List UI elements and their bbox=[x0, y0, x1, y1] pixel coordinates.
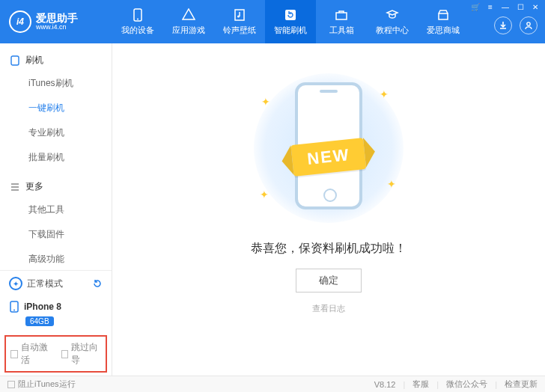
nav-label: 我的设备 bbox=[121, 25, 154, 36]
checkbox-auto-activate[interactable]: 自动激活 bbox=[10, 341, 51, 367]
sidebar-item-batch-flash[interactable]: 批量刷机 bbox=[0, 145, 112, 170]
store-icon bbox=[436, 8, 450, 22]
maximize-icon[interactable]: ☐ bbox=[515, 3, 526, 11]
sparkle-icon: ✦ bbox=[387, 178, 396, 190]
nav-ring[interactable]: 铃声壁纸 bbox=[214, 0, 265, 43]
svg-point-10 bbox=[13, 310, 15, 311]
user-icon bbox=[523, 20, 534, 31]
app-header: i4 爱思助手 www.i4.cn 我的设备 应用游戏 铃声壁纸 智能刷机 工具… bbox=[0, 0, 545, 43]
sidebar-group-flash: 刷机 iTunes刷机 一键刷机 专业刷机 批量刷机 bbox=[0, 43, 112, 170]
top-nav: 我的设备 应用游戏 铃声壁纸 智能刷机 工具箱 教程中心 爱思商城 bbox=[112, 0, 494, 43]
nav-flash[interactable]: 智能刷机 bbox=[265, 0, 316, 43]
nav-label: 教程中心 bbox=[376, 25, 409, 36]
success-illustration: NEW ✦ ✦ ✦ ✦ bbox=[239, 73, 418, 223]
svg-rect-6 bbox=[439, 13, 448, 19]
sidebar: 刷机 iTunes刷机 一键刷机 专业刷机 批量刷机 更多 其他工具 bbox=[0, 43, 112, 376]
nav-label: 爱思商城 bbox=[427, 25, 460, 36]
nav-toolbox[interactable]: 工具箱 bbox=[316, 0, 367, 43]
device-mode-row: ✦ 正常模式 bbox=[0, 271, 112, 296]
sidebar-item-other-tools[interactable]: 其他工具 bbox=[0, 197, 112, 222]
nav-label: 智能刷机 bbox=[274, 25, 307, 36]
hamburger-icon bbox=[10, 183, 21, 192]
version-label: V8.12 bbox=[374, 380, 396, 389]
view-log-link[interactable]: 查看日志 bbox=[312, 303, 345, 314]
sidebar-item-itunes-flash[interactable]: iTunes刷机 bbox=[0, 71, 112, 96]
minimize-icon[interactable]: — bbox=[500, 3, 511, 11]
download-button[interactable] bbox=[494, 16, 512, 34]
nav-label: 工具箱 bbox=[329, 25, 354, 36]
toolbox-icon bbox=[335, 8, 348, 22]
refresh-icon bbox=[284, 8, 297, 22]
sparkle-icon: ✦ bbox=[260, 189, 269, 200]
nav-tutorial[interactable]: 教程中心 bbox=[367, 0, 418, 43]
footer-link-wechat[interactable]: 微信公众号 bbox=[446, 379, 487, 390]
user-button[interactable] bbox=[520, 16, 538, 34]
checkbox-skip-guide[interactable]: 跳过向导 bbox=[61, 341, 102, 367]
nav-store[interactable]: 爱思商城 bbox=[418, 0, 469, 43]
device-phone-icon bbox=[9, 301, 19, 313]
svg-rect-5 bbox=[336, 13, 347, 19]
phone-outline-icon bbox=[10, 55, 21, 66]
checkbox-icon bbox=[7, 381, 15, 388]
phone-icon bbox=[131, 8, 144, 22]
sparkle-icon: ✦ bbox=[380, 88, 389, 100]
footer-link-support[interactable]: 客服 bbox=[412, 379, 429, 390]
mode-icon: ✦ bbox=[9, 277, 22, 290]
sidebar-item-pro-flash[interactable]: 专业刷机 bbox=[0, 120, 112, 145]
sidebar-item-download-fw[interactable]: 下载固件 bbox=[0, 222, 112, 247]
device-row[interactable]: iPhone 8 bbox=[0, 296, 112, 316]
svg-point-7 bbox=[527, 22, 530, 25]
download-icon bbox=[498, 20, 508, 31]
close-icon[interactable]: ✕ bbox=[530, 3, 541, 11]
device-mode-label: 正常模式 bbox=[27, 278, 63, 290]
sidebar-group-title: 更多 bbox=[25, 180, 43, 193]
apps-icon bbox=[182, 8, 195, 22]
device-name: iPhone 8 bbox=[24, 301, 61, 312]
header-right bbox=[494, 9, 545, 34]
device-storage-badge: 64GB bbox=[25, 316, 54, 326]
checkbox-label: 自动激活 bbox=[21, 341, 51, 367]
svg-rect-8 bbox=[11, 56, 19, 65]
ok-button[interactable]: 确定 bbox=[296, 269, 362, 293]
sidebar-item-one-key-flash[interactable]: 一键刷机 bbox=[0, 96, 112, 120]
sidebar-group-more: 更多 其他工具 下载固件 高级功能 bbox=[0, 170, 112, 270]
svg-point-1 bbox=[137, 18, 138, 19]
sidebar-item-advanced[interactable]: 高级功能 bbox=[0, 247, 112, 270]
checkbox-icon bbox=[10, 350, 18, 358]
main-content: NEW ✦ ✦ ✦ ✦ 恭喜您，保资料刷机成功啦！ 确定 查看日志 bbox=[112, 43, 545, 376]
congrats-text: 恭喜您，保资料刷机成功啦！ bbox=[251, 241, 407, 257]
refresh-device-button[interactable] bbox=[92, 278, 103, 289]
checkbox-block-itunes[interactable]: 阻止iTunes运行 bbox=[7, 379, 76, 390]
logo-badge: i4 bbox=[9, 10, 31, 33]
nav-label: 应用游戏 bbox=[172, 25, 205, 36]
footer-link-update[interactable]: 检查更新 bbox=[505, 379, 538, 390]
menu-icon[interactable]: ≡ bbox=[485, 3, 496, 11]
flash-options-highlight: 自动激活 跳过向导 bbox=[4, 335, 107, 373]
checkbox-label: 跳过向导 bbox=[71, 341, 101, 367]
music-icon bbox=[233, 8, 246, 22]
checkbox-label: 阻止iTunes运行 bbox=[18, 379, 76, 390]
svg-point-3 bbox=[237, 15, 240, 17]
cart-icon[interactable]: 🛒 bbox=[470, 3, 481, 11]
nav-device[interactable]: 我的设备 bbox=[112, 0, 163, 43]
app-name: 爱思助手 bbox=[36, 13, 78, 23]
status-bar: 阻止iTunes运行 V8.12 | 客服 | 微信公众号 | 检查更新 bbox=[0, 376, 545, 392]
app-logo: i4 爱思助手 www.i4.cn bbox=[0, 10, 112, 33]
app-site: www.i4.cn bbox=[36, 23, 78, 31]
tutorial-icon bbox=[386, 8, 399, 22]
window-controls: 🛒 ≡ — ☐ ✕ bbox=[470, 3, 541, 11]
sparkle-icon: ✦ bbox=[261, 96, 270, 108]
sidebar-group-title: 刷机 bbox=[25, 54, 43, 67]
checkbox-icon bbox=[61, 350, 69, 358]
nav-apps[interactable]: 应用游戏 bbox=[163, 0, 214, 43]
nav-label: 铃声壁纸 bbox=[223, 25, 256, 36]
svg-rect-4 bbox=[285, 10, 296, 20]
